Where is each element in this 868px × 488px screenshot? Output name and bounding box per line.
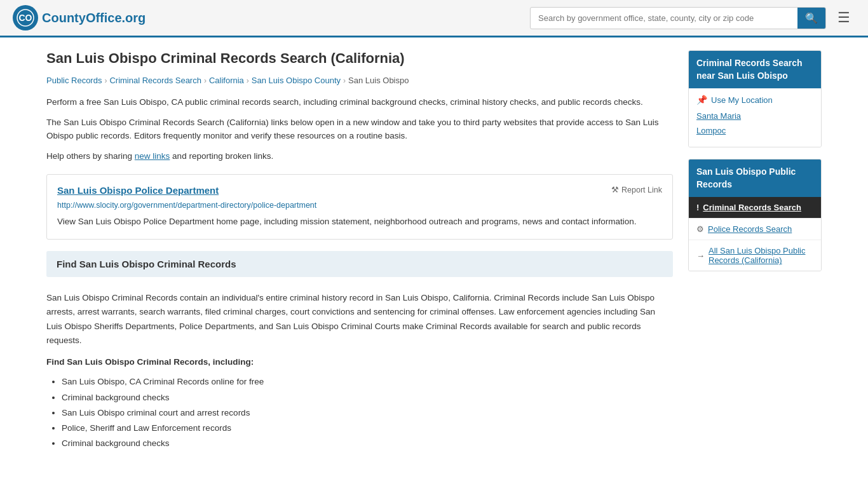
resource-title[interactable]: San Luis Obispo Police Department xyxy=(57,185,219,196)
report-link-button[interactable]: ⚒ Report Link xyxy=(611,185,662,194)
breadcrumb-criminal-records[interactable]: Criminal Records Search xyxy=(109,76,201,85)
resource-header: San Luis Obispo Police Department ⚒ Repo… xyxy=(57,185,662,196)
svg-text:CO: CO xyxy=(19,13,32,23)
breadcrumb-current: San Luis Obispo xyxy=(348,76,409,85)
intro-text-2: The San Luis Obispo Criminal Records Sea… xyxy=(46,116,673,143)
location-pin-icon: 📌 xyxy=(696,95,707,105)
use-my-location-button[interactable]: 📌 Use My Location xyxy=(696,95,813,105)
hamburger-icon: ☰ xyxy=(837,10,850,25)
sidebar-nav-police-records[interactable]: ⚙ Police Records Search xyxy=(689,219,821,240)
main-container: San Luis Obispo Criminal Records Search … xyxy=(34,37,834,471)
resource-desc: View San Luis Obispo Police Department h… xyxy=(57,215,662,229)
intro-text-1: Perform a free San Luis Obispo, CA publi… xyxy=(46,95,673,109)
list-item: San Luis Obispo criminal court and arres… xyxy=(62,405,673,421)
find-section-text: San Luis Obispo Criminal Records contain… xyxy=(46,291,673,348)
sidebar-nav: ! Criminal Records Search ⚙ Police Recor… xyxy=(689,197,821,271)
gear-icon: ⚙ xyxy=(696,224,704,234)
logo-text: CountyOffice.org xyxy=(42,11,146,25)
page-title: San Luis Obispo Criminal Records Search … xyxy=(46,50,673,67)
breadcrumb-sep-3: › xyxy=(247,76,249,85)
new-links-link[interactable]: new links xyxy=(135,151,170,161)
all-public-records-link[interactable]: All San Luis Obispo Public Records (Cali… xyxy=(709,246,813,265)
sidebar-link-santa-maria[interactable]: Santa Maria xyxy=(696,111,813,121)
sidebar-nav-all-records[interactable]: → All San Luis Obispo Public Records (Ca… xyxy=(689,240,821,271)
police-records-link[interactable]: Police Records Search xyxy=(708,224,792,234)
breadcrumb-sep-2: › xyxy=(204,76,207,85)
breadcrumb-sep-4: › xyxy=(343,76,346,85)
header-right: 🔍 ☰ xyxy=(530,7,855,29)
search-bar: 🔍 xyxy=(530,7,826,29)
breadcrumb-california[interactable]: California xyxy=(209,76,244,85)
breadcrumb: Public Records › Criminal Records Search… xyxy=(46,76,673,85)
search-input[interactable] xyxy=(531,9,797,27)
sidebar-nav-criminal-records[interactable]: ! Criminal Records Search xyxy=(689,197,821,219)
sidebar: Criminal Records Search near San Luis Ob… xyxy=(688,50,822,458)
criminal-records-link[interactable]: Criminal Records Search xyxy=(703,203,801,212)
site-header: CO CountyOffice.org 🔍 ☰ xyxy=(0,0,868,37)
content-area: San Luis Obispo Criminal Records Search … xyxy=(46,50,673,458)
wrench-icon: ⚒ xyxy=(611,185,619,194)
sidebar-body-nearby: 📌 Use My Location Santa Maria Lompoc xyxy=(689,88,821,147)
sidebar-link-lompoc[interactable]: Lompoc xyxy=(696,126,813,135)
find-section-list: San Luis Obispo, CA Criminal Records onl… xyxy=(46,374,673,451)
sidebar-header-nearby: Criminal Records Search near San Luis Ob… xyxy=(689,51,821,88)
list-item: San Luis Obispo, CA Criminal Records onl… xyxy=(62,374,673,390)
breadcrumb-public-records[interactable]: Public Records xyxy=(46,76,102,85)
breadcrumb-county[interactable]: San Luis Obispo County xyxy=(252,76,341,85)
including-title: Find San Luis Obispo Criminal Records, i… xyxy=(46,355,673,369)
intro-text-3: Help others by sharing new links and rep… xyxy=(46,149,673,163)
search-icon: 🔍 xyxy=(805,13,818,24)
logo-icon: CO xyxy=(13,5,38,30)
list-item: Criminal background checks xyxy=(62,390,673,405)
search-button[interactable]: 🔍 xyxy=(797,8,825,29)
list-item: Criminal background checks xyxy=(62,436,673,451)
list-item: Police, Sheriff and Law Enforcement reco… xyxy=(62,421,673,436)
find-section-title: Find San Luis Obispo Criminal Records xyxy=(57,259,663,269)
resource-card: San Luis Obispo Police Department ⚒ Repo… xyxy=(46,174,673,240)
find-section-header: Find San Luis Obispo Criminal Records xyxy=(46,251,673,277)
logo-area: CO CountyOffice.org xyxy=(13,5,146,30)
find-section-body: San Luis Obispo Criminal Records contain… xyxy=(46,285,673,458)
sidebar-section-nearby: Criminal Records Search near San Luis Ob… xyxy=(688,50,822,147)
resource-url[interactable]: http://www.slocity.org/government/depart… xyxy=(57,201,662,210)
sidebar-header-public-records: San Luis Obispo Public Records xyxy=(689,159,821,197)
breadcrumb-sep-1: › xyxy=(104,76,107,85)
hamburger-button[interactable]: ☰ xyxy=(832,7,855,29)
sidebar-section-public-records: San Luis Obispo Public Records ! Crimina… xyxy=(688,159,822,271)
exclamation-icon: ! xyxy=(696,203,699,212)
arrow-icon: → xyxy=(696,251,705,261)
